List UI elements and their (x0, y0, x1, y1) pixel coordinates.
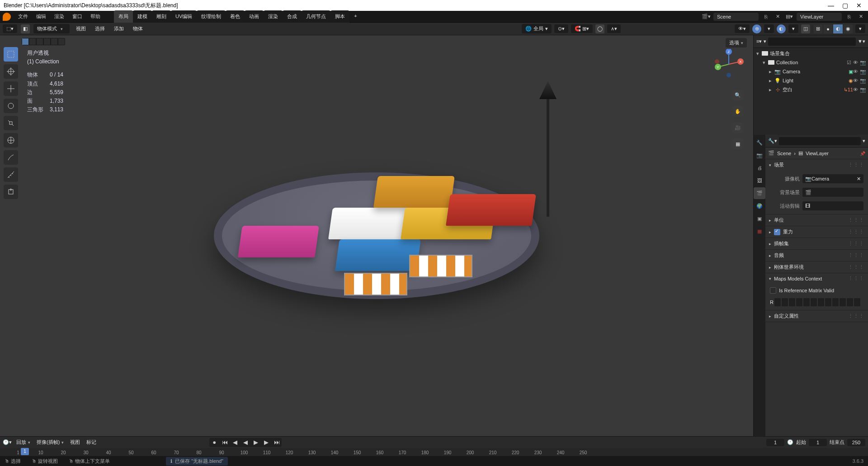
viewport-menu-select[interactable]: 选择 (92, 24, 108, 33)
prop-tab-viewlayer[interactable]: 🖼 (754, 175, 765, 186)
prop-tab-texture[interactable]: ▦ (754, 225, 765, 237)
add-workspace-button[interactable]: + (349, 10, 361, 23)
matrix-cell[interactable] (854, 298, 860, 306)
matrix-cell[interactable] (796, 298, 802, 306)
outliner-item-camera[interactable]: ▸ 📷 Camera ▣ 👁📷 (754, 67, 868, 76)
menu-edit[interactable]: 编辑 (35, 11, 47, 22)
visibility-dropdown[interactable]: 👁▾ (735, 24, 750, 33)
scene-name-field[interactable]: Scene (713, 13, 759, 21)
editor-type-dropdown[interactable]: ⬚▾ (3, 24, 17, 33)
orientation-dropdown[interactable]: 🌐 全局 ▾ (522, 24, 552, 33)
workspace-tab[interactable]: UV编辑 (171, 10, 197, 23)
workspace-tab[interactable]: 渲染 (264, 10, 283, 23)
matrix-cell[interactable] (818, 298, 824, 306)
3d-viewport[interactable]: 选项 用户透视 (1) Collection 物体0 / 14 顶点4,618 … (0, 35, 753, 436)
camera-view-icon[interactable]: 🎥 (732, 122, 743, 133)
viewport-menu-object[interactable]: 物体 (130, 24, 146, 33)
workspace-tab[interactable]: 脚本 (330, 10, 349, 23)
viewport-menu-view[interactable]: 视图 (73, 24, 89, 33)
panel-header-gravity[interactable]: ▸重力⋮⋮⋮ (765, 226, 868, 238)
overlay-toggle-icon[interactable]: ◐ (777, 24, 786, 33)
properties-editor-type[interactable]: 🔧▾ (768, 138, 777, 144)
prev-keyframe-button[interactable]: ◀ (230, 438, 240, 447)
outliner-item-empty[interactable]: ▸ ⊹ 空白 ↳11 👁📷 (754, 85, 868, 94)
proportional-edit-icon[interactable]: ◯ (595, 24, 604, 33)
viewlayer-delete-button[interactable]: ✕ (856, 12, 865, 21)
navigation-gizmo[interactable]: X Y Z (713, 49, 744, 80)
menu-window[interactable]: 窗口 (71, 11, 83, 22)
menu-help[interactable]: 帮助 (90, 11, 101, 22)
shading-options-dropdown[interactable]: ▾ (855, 24, 865, 33)
scene-browse-icon[interactable]: 🎬▾ (702, 12, 711, 21)
maximize-button[interactable]: ▢ (842, 2, 848, 9)
end-frame-field[interactable]: 250 (847, 439, 865, 446)
scene-new-button[interactable]: ⎘ (761, 12, 770, 21)
active-clip-field[interactable]: 🎞 (802, 201, 863, 210)
workspace-tab[interactable]: 雕刻 (152, 10, 171, 23)
viewlayer-new-button[interactable]: ⎘ (844, 12, 854, 21)
timeline-playhead[interactable]: 1 (21, 448, 29, 455)
play-button[interactable]: ▶ (251, 438, 261, 447)
scene-delete-button[interactable]: ✕ (773, 12, 782, 21)
panel-header-scene[interactable]: ▾场景⋮⋮⋮ (765, 159, 868, 171)
shading-solid-icon[interactable]: ● (823, 24, 833, 33)
panel-header-units[interactable]: ▸单位⋮⋮⋮ (765, 214, 868, 226)
minimize-button[interactable]: — (828, 2, 834, 9)
matrix-cell[interactable] (847, 298, 853, 306)
jump-first-button[interactable]: ⏮ (220, 438, 230, 447)
perspective-toggle-icon[interactable]: ▦ (732, 138, 743, 149)
matrix-cell[interactable] (803, 298, 810, 306)
preview-range-icon[interactable]: 🕐 (787, 439, 793, 445)
panel-header-keying[interactable]: ▸插帧集⋮⋮⋮ (765, 238, 868, 249)
outliner-collection[interactable]: ▾ Collection ☑👁📷 (754, 58, 868, 67)
timeline-playback-menu[interactable]: 回放 (14, 437, 32, 447)
pivot-dropdown[interactable]: ⊙▾ (554, 24, 568, 33)
play-reverse-button[interactable]: ◀ (241, 438, 250, 447)
interaction-icon[interactable]: ◧ (21, 24, 30, 33)
viewlayer-browse-icon[interactable]: ▤▾ (785, 12, 794, 21)
matrix-cell[interactable] (782, 298, 788, 306)
outliner-display-mode[interactable]: ▾ (764, 38, 766, 44)
pan-icon[interactable]: ✋ (732, 106, 743, 117)
workspace-tab[interactable]: 建模 (133, 10, 152, 23)
outliner-item-light[interactable]: ▸ 💡 Light ◉ 👁📷 (754, 76, 868, 85)
proportional-falloff-dropdown[interactable]: ∧▾ (607, 24, 621, 33)
shading-wireframe-icon[interactable]: ⊞ (813, 24, 823, 33)
pin-icon[interactable] (860, 151, 865, 156)
workspace-tab[interactable]: 纹理绘制 (197, 10, 226, 23)
camera-field[interactable]: 📷 Camera✕ (802, 174, 863, 183)
breadcrumb-scene[interactable]: Scene (777, 151, 791, 156)
panel-header-custom[interactable]: ▸自定义属性⋮⋮⋮ (765, 310, 868, 322)
snap-dropdown[interactable]: 🧲 ⊞▾ (571, 24, 593, 33)
timeline-view-menu[interactable]: 视图 (68, 437, 82, 447)
timeline-ruler[interactable]: 1 11020304050607080901001101201301401501… (0, 448, 868, 456)
menu-render[interactable]: 渲染 (53, 11, 65, 22)
workspace-tab[interactable]: 合成 (283, 10, 302, 23)
viewport-menu-add[interactable]: 添加 (111, 24, 127, 33)
panel-header-rigidbody[interactable]: ▸刚体世界环境⋮⋮⋮ (765, 262, 868, 273)
next-keyframe-button[interactable]: ▶ (261, 438, 271, 447)
gizmo-toggle-icon[interactable]: ⊕ (752, 24, 761, 33)
breadcrumb-viewlayer[interactable]: ViewLayer (806, 151, 829, 156)
matrix-cell[interactable] (825, 298, 831, 306)
bg-scene-field[interactable]: 🎬 (802, 188, 863, 197)
properties-options-icon[interactable]: ▾ (863, 138, 865, 144)
prop-tab-collection[interactable]: ▣ (754, 213, 765, 224)
prop-tab-tool[interactable]: 🔧 (754, 137, 765, 148)
workspace-tab[interactable]: 着色 (226, 10, 245, 23)
timeline-marker-menu[interactable]: 标记 (85, 437, 98, 447)
timeline-keying-menu[interactable]: 抠像(插帧) (35, 437, 66, 447)
outliner-editor-type[interactable]: ≡▾ (756, 38, 762, 44)
close-button[interactable]: ✕ (856, 2, 862, 9)
matrix-cell[interactable] (811, 298, 817, 306)
prop-tab-scene[interactable]: 🎬 (754, 187, 765, 199)
workspace-tab[interactable]: 布局 (114, 10, 133, 23)
matrix-cell[interactable] (840, 298, 846, 306)
zoom-icon[interactable]: 🔍 (732, 90, 743, 100)
current-frame-field[interactable]: 1 (766, 439, 784, 446)
panel-header-maps[interactable]: ▾Maps Models Context⋮⋮⋮ (765, 273, 868, 284)
matrix-cell[interactable] (832, 298, 839, 306)
shading-rendered-icon[interactable]: ◉ (843, 24, 853, 33)
ref-matrix-checkbox[interactable] (770, 287, 776, 294)
workspace-tab[interactable]: 动画 (245, 10, 264, 23)
